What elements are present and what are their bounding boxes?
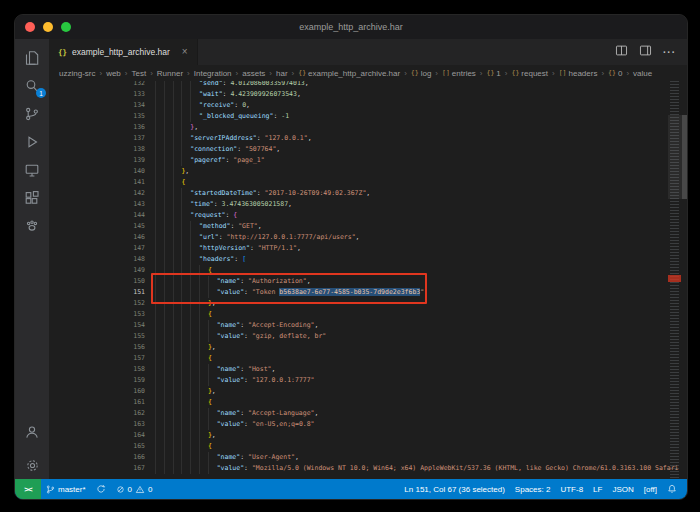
extensions-button[interactable] [15, 184, 49, 212]
code-line[interactable]: 156}, [49, 342, 667, 353]
line-number[interactable]: 157 [49, 353, 155, 364]
code-line[interactable]: 132"send": 4.01208600335974013, [49, 81, 667, 89]
encoding-indicator[interactable]: UTF-8 [555, 479, 588, 499]
code-line[interactable]: 161{ [49, 397, 667, 408]
line-number[interactable]: 153 [49, 309, 155, 320]
breadcrumb-item[interactable]: []entries [442, 69, 476, 78]
line-number[interactable]: 150 [49, 276, 155, 287]
code-line[interactable]: 163"value": "en-US,en;q=0.8" [49, 419, 667, 430]
remote-explorer-button[interactable] [15, 156, 49, 184]
line-number[interactable]: 135 [49, 111, 155, 122]
line-number[interactable]: 141 [49, 177, 155, 188]
close-tab-icon[interactable]: × [182, 47, 188, 57]
breadcrumb-item[interactable]: {}log [411, 69, 432, 78]
line-number[interactable]: 155 [49, 331, 155, 342]
breadcrumb-item[interactable]: []headers [559, 69, 598, 78]
line-number[interactable]: 163 [49, 419, 155, 430]
run-debug-button[interactable] [15, 128, 49, 156]
toggle-layout-button[interactable] [639, 43, 652, 61]
line-number[interactable]: 152 [49, 298, 155, 309]
line-number[interactable]: 166 [49, 452, 155, 463]
code-line[interactable]: 144"request": { [49, 210, 667, 221]
code-line[interactable]: 166"name": "User-Agent", [49, 452, 667, 463]
account-button[interactable] [15, 418, 49, 451]
zoom-window-button[interactable] [61, 22, 71, 32]
sync-button[interactable] [91, 479, 111, 499]
line-number[interactable]: 146 [49, 232, 155, 243]
code-line[interactable]: 145"method": "GET", [49, 221, 667, 232]
code-line[interactable]: 165{ [49, 441, 667, 452]
screencast-indicator[interactable]: [off] [639, 479, 662, 499]
search-button[interactable]: 1 [15, 72, 49, 100]
line-number[interactable]: 143 [49, 199, 155, 210]
breadcrumb-item[interactable]: Test [131, 69, 146, 78]
breadcrumb-item[interactable]: har [276, 69, 288, 78]
problems-indicator[interactable]: 0 0 [111, 479, 158, 499]
code-line[interactable]: 135"_blocked_queueing": -1 [49, 111, 667, 122]
code-line[interactable]: 146"url": "http://127.0.0.1:7777/api/use… [49, 232, 667, 243]
breadcrumb-item[interactable]: {}0 [608, 69, 622, 78]
code-line[interactable]: 140}, [49, 166, 667, 177]
code-line[interactable]: 167"value": "Mozilla/5.0 (Windows NT 10.… [49, 463, 667, 474]
split-editor-button[interactable] [615, 43, 628, 61]
line-number[interactable]: 164 [49, 430, 155, 441]
code-line[interactable]: 133"wait": 4.423909926073543, [49, 89, 667, 100]
line-number[interactable]: 133 [49, 89, 155, 100]
code-line[interactable]: 139"pageref": "page_1" [49, 155, 667, 166]
line-number[interactable]: 148 [49, 254, 155, 265]
code-line[interactable]: 153{ [49, 309, 667, 320]
code-line[interactable]: 159"value": "127.0.0.1:7777" [49, 375, 667, 386]
branch-indicator[interactable]: master* [41, 479, 91, 499]
line-number[interactable]: 156 [49, 342, 155, 353]
line-number[interactable]: 147 [49, 243, 155, 254]
code-line[interactable]: 141{ [49, 177, 667, 188]
line-number[interactable]: 149 [49, 265, 155, 276]
code-line[interactable]: 138"connection": "507764", [49, 144, 667, 155]
code-line[interactable]: 134"receive": 0, [49, 100, 667, 111]
code-line[interactable]: 162"name": "Accept-Language", [49, 408, 667, 419]
breadcrumb-item[interactable]: {}request [511, 69, 548, 78]
indentation-indicator[interactable]: Spaces: 2 [510, 479, 556, 499]
breadcrumb-item[interactable]: web [106, 69, 121, 78]
line-number[interactable]: 134 [49, 100, 155, 111]
code-line[interactable]: 137"serverIPAddress": "127.0.0.1", [49, 133, 667, 144]
title-bar[interactable]: example_http_archive.har [15, 15, 687, 39]
code-line[interactable]: 157{ [49, 353, 667, 364]
language-mode[interactable]: JSON [607, 479, 638, 499]
line-number[interactable]: 160 [49, 386, 155, 397]
code-line[interactable]: 147"httpVersion": "HTTP/1.1", [49, 243, 667, 254]
explorer-button[interactable] [15, 44, 49, 72]
line-number[interactable]: 138 [49, 144, 155, 155]
settings-button[interactable] [15, 451, 49, 479]
tab-example-http-archive[interactable]: {} example_http_archive.har × [49, 39, 198, 65]
breadcrumb-item[interactable]: {}1 [487, 69, 501, 78]
breadcrumb-item[interactable]: {}example_http_archive.har [298, 69, 400, 78]
line-number[interactable]: 139 [49, 155, 155, 166]
source-control-button[interactable] [15, 100, 49, 128]
more-actions-button[interactable]: ··· [663, 47, 676, 58]
line-number[interactable]: 167 [49, 463, 155, 474]
code-line[interactable]: 164}, [49, 430, 667, 441]
code-line[interactable]: 154"name": "Accept-Encoding", [49, 320, 667, 331]
code-line[interactable]: 160}, [49, 386, 667, 397]
code-line[interactable]: 143"time": 3.474363005021587, [49, 199, 667, 210]
close-window-button[interactable] [25, 22, 35, 32]
line-number[interactable]: 158 [49, 364, 155, 375]
breadcrumb-item[interactable]: value [633, 69, 652, 78]
breadcrumb-item[interactable]: Runner [157, 69, 183, 78]
eol-indicator[interactable]: LF [588, 479, 607, 499]
code-line[interactable]: 142"startedDateTime": "2017-10-26T09:49:… [49, 188, 667, 199]
line-number[interactable]: 145 [49, 221, 155, 232]
line-number[interactable]: 132 [49, 81, 155, 89]
code-line[interactable]: 148"headers": [ [49, 254, 667, 265]
line-number[interactable]: 140 [49, 166, 155, 177]
code-line[interactable]: 155"value": "gzip, deflate, br" [49, 331, 667, 342]
minimize-window-button[interactable] [43, 22, 53, 32]
vertical-scrollbar[interactable] [682, 115, 687, 199]
line-number[interactable]: 159 [49, 375, 155, 386]
line-number[interactable]: 162 [49, 408, 155, 419]
breadcrumb-item[interactable]: assets [242, 69, 265, 78]
code-line[interactable]: 136}, [49, 122, 667, 133]
breadcrumb-item[interactable]: Integration [194, 69, 232, 78]
paw-extension-button[interactable] [15, 212, 49, 240]
